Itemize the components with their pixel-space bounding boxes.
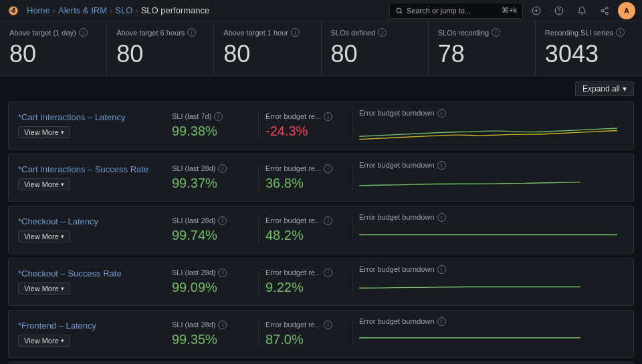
info-icon[interactable]: i bbox=[492, 28, 500, 37]
budget-label: Error budget re... i bbox=[265, 268, 345, 277]
info-icon[interactable]: i bbox=[616, 28, 625, 37]
slo-row: *Cart Interactions – Latency View More ▾… bbox=[8, 102, 634, 150]
sli-label: SLI (last 28d) i bbox=[172, 164, 251, 173]
share-icon[interactable] bbox=[595, 1, 614, 20]
slo-left: *Checkout – Latency View More ▾ bbox=[18, 216, 165, 242]
add-button[interactable] bbox=[527, 1, 546, 20]
budget-metric: Error budget re... i -24.3% bbox=[259, 112, 352, 139]
current-page: SLO performance bbox=[141, 5, 210, 15]
slo-title[interactable]: *Frontend – Latency bbox=[18, 321, 165, 331]
view-more-label: View More bbox=[24, 128, 59, 136]
info-icon[interactable]: i bbox=[291, 28, 300, 37]
slo-title[interactable]: *Checkout – Success Rate bbox=[18, 268, 165, 279]
slo-left: *Cart Interactions – Success Rate View M… bbox=[18, 164, 165, 190]
avatar[interactable]: A bbox=[618, 2, 635, 19]
sli-value: 99.38% bbox=[172, 124, 251, 139]
sli-label: SLI (last 7d) i bbox=[172, 112, 251, 121]
burndown-chart: Error budget burndown i bbox=[352, 265, 624, 299]
view-more-button[interactable]: View More ▾ bbox=[18, 126, 70, 138]
budget-value: -24.3% bbox=[265, 124, 345, 139]
info-icon[interactable]: i bbox=[324, 216, 332, 225]
info-icon[interactable]: i bbox=[378, 28, 387, 37]
svg-point-7 bbox=[606, 12, 609, 15]
chart-label: Error budget burndown i bbox=[359, 317, 617, 326]
burndown-chart: Error budget burndown i bbox=[352, 213, 624, 246]
view-more-button[interactable]: View More ▾ bbox=[18, 230, 70, 242]
info-icon[interactable]: i bbox=[324, 268, 332, 277]
budget-value: 36.8% bbox=[265, 176, 345, 191]
info-icon[interactable]: i bbox=[437, 161, 446, 170]
sli-metric: SLI (last 28d) i 99.09% bbox=[165, 268, 259, 295]
view-more-label: View More bbox=[24, 180, 59, 188]
alerts-link[interactable]: Alerts & IRM bbox=[58, 5, 107, 15]
chart-label: Error budget burndown i bbox=[359, 213, 617, 222]
stat-value: 80 bbox=[223, 41, 311, 67]
info-icon[interactable]: i bbox=[437, 213, 446, 222]
view-more-button[interactable]: View More ▾ bbox=[18, 178, 70, 190]
stat-value: 80 bbox=[9, 41, 97, 67]
search-icon bbox=[395, 7, 403, 15]
view-more-label: View More bbox=[24, 337, 59, 345]
sep3: › bbox=[135, 5, 138, 15]
info-icon[interactable]: i bbox=[437, 317, 446, 326]
slo-title[interactable]: *Checkout – Latency bbox=[18, 216, 165, 226]
sli-metric: SLI (last 28d) i 99.74% bbox=[165, 216, 259, 243]
stats-row: Above target (1 day) i 80 Above target 6… bbox=[0, 21, 642, 76]
info-icon[interactable]: i bbox=[437, 109, 446, 118]
stat-value: 3043 bbox=[545, 41, 633, 67]
budget-label: Error budget re... i bbox=[265, 112, 345, 121]
info-icon[interactable]: i bbox=[187, 28, 196, 37]
notifications-icon[interactable] bbox=[572, 1, 591, 20]
slo-title[interactable]: *Cart Interactions – Success Rate bbox=[18, 164, 165, 174]
slo-row: *Cart Interactions – Success Rate View M… bbox=[8, 154, 634, 202]
stat-label: Recording SLI series i bbox=[545, 28, 633, 37]
info-icon[interactable]: i bbox=[437, 265, 446, 274]
expand-all-button[interactable]: Expand all ▾ bbox=[575, 81, 634, 96]
stat-label: Above target 6 hours i bbox=[116, 28, 204, 37]
info-icon[interactable]: i bbox=[324, 321, 332, 329]
info-icon[interactable]: i bbox=[218, 268, 227, 277]
view-more-button[interactable]: View More ▾ bbox=[18, 335, 70, 347]
budget-value: 48.2% bbox=[265, 228, 345, 243]
chevron-icon: ▾ bbox=[61, 233, 64, 240]
info-icon[interactable]: i bbox=[218, 321, 227, 329]
slo-row: *Checkout – Latency View More ▾ SLI (las… bbox=[8, 206, 634, 254]
info-icon[interactable]: i bbox=[324, 112, 332, 121]
stat-value: 80 bbox=[116, 41, 204, 67]
grafana-logo[interactable] bbox=[7, 4, 20, 17]
chart-area bbox=[359, 275, 617, 299]
chevron-down-icon: ▾ bbox=[623, 84, 627, 94]
stat-label: Above target (1 day) i bbox=[9, 28, 97, 37]
info-icon[interactable]: i bbox=[79, 28, 88, 37]
help-icon[interactable] bbox=[550, 1, 568, 20]
stat-label: SLOs recording i bbox=[438, 28, 526, 37]
chart-area bbox=[359, 119, 617, 142]
info-icon[interactable]: i bbox=[218, 164, 227, 173]
sep1: › bbox=[53, 5, 56, 15]
info-icon[interactable]: i bbox=[214, 112, 223, 121]
view-more-button[interactable]: View More ▾ bbox=[18, 283, 70, 295]
info-icon[interactable]: i bbox=[218, 216, 227, 225]
stat-card: Recording SLI series i 3043 bbox=[536, 21, 642, 75]
budget-value: 9.22% bbox=[265, 280, 345, 295]
svg-point-1 bbox=[397, 8, 401, 13]
chart-label: Error budget burndown i bbox=[359, 161, 617, 170]
slo-title[interactable]: *Cart Interactions – Latency bbox=[18, 112, 165, 122]
burndown-chart: Error budget burndown i bbox=[352, 317, 624, 351]
slo-row: *Frontend – Latency View More ▾ SLI (las… bbox=[8, 310, 634, 358]
svg-point-5 bbox=[606, 7, 609, 9]
slo-left: *Frontend – Latency View More ▾ bbox=[18, 321, 165, 347]
info-icon[interactable]: i bbox=[324, 164, 332, 173]
sli-label: SLI (last 28d) i bbox=[172, 216, 251, 225]
home-link[interactable]: Home bbox=[27, 5, 50, 15]
sli-metric: SLI (last 7d) i 99.38% bbox=[165, 112, 259, 139]
chevron-icon: ▾ bbox=[61, 181, 64, 188]
slo-link[interactable]: SLO bbox=[115, 5, 132, 15]
sli-metric: SLI (last 28d) i 99.37% bbox=[165, 164, 259, 191]
stat-value: 78 bbox=[438, 41, 526, 67]
budget-label: Error budget re... i bbox=[265, 164, 345, 173]
budget-metric: Error budget re... i 87.0% bbox=[259, 321, 352, 347]
search-box[interactable]: Search or jump to... ⌘+k bbox=[389, 3, 523, 19]
stat-value: 80 bbox=[331, 41, 419, 67]
slo-list: *Cart Interactions – Latency View More ▾… bbox=[8, 102, 634, 364]
